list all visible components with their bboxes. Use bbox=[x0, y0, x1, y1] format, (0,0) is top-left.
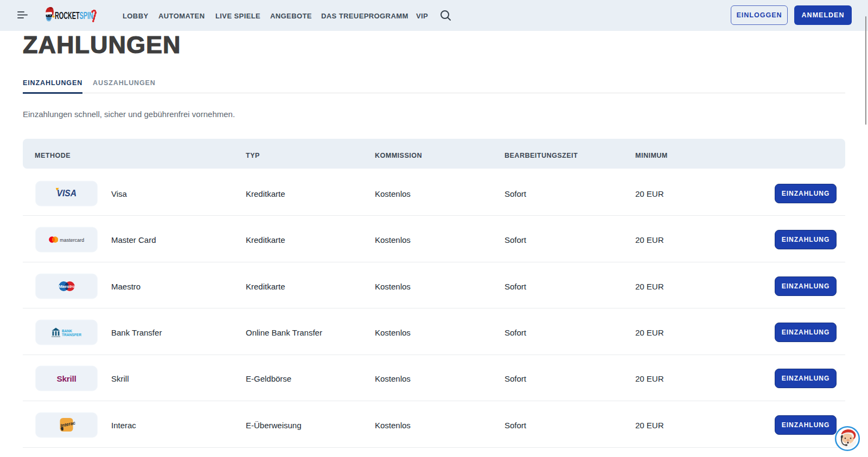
svg-text:TRANSFER: TRANSFER bbox=[62, 333, 81, 337]
svg-text:BANK: BANK bbox=[62, 329, 72, 332]
svg-text:ROCKET: ROCKET bbox=[55, 10, 80, 21]
svg-text:Maestro: Maestro bbox=[59, 284, 75, 289]
svg-text:SPIN: SPIN bbox=[80, 10, 94, 21]
